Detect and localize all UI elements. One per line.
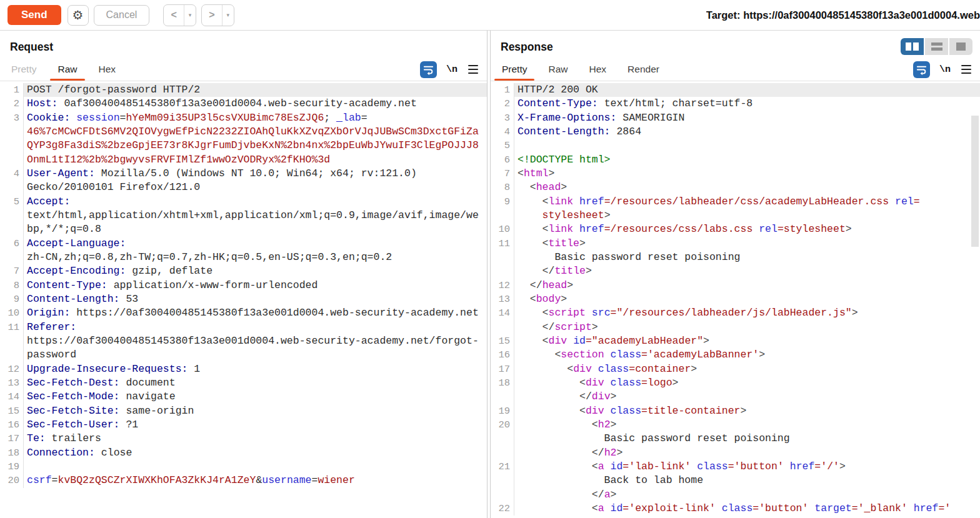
layout-toggle [901, 38, 972, 55]
line-number [491, 488, 514, 502]
code-row: </title> [491, 264, 980, 278]
line-number: 9 [0, 292, 24, 306]
tab-raw[interactable]: Raw [56, 59, 78, 80]
code-text: Accept: [24, 195, 487, 209]
line-number: 22 [491, 502, 514, 516]
code-row: bp,*/*;q=0.8 [0, 222, 487, 236]
target-label: Target: [706, 9, 741, 21]
code-text: Content-Type: application/x-www-form-url… [24, 279, 487, 292]
line-number: 20 [491, 418, 514, 432]
rows-icon [931, 42, 942, 51]
code-row: 5 [491, 139, 980, 152]
tab-raw[interactable]: Raw [547, 59, 569, 80]
next-request-button[interactable]: > ▾ [201, 4, 234, 26]
line-number: 7 [491, 167, 514, 181]
code-text: bp,*/*;q=0.8 [24, 222, 487, 236]
cancel-button[interactable]: Cancel [94, 5, 150, 26]
code-row: </h2> [491, 446, 980, 460]
word-wrap-toggle-button[interactable] [913, 61, 930, 78]
code-row: 9 <link href=/resources/labheader/css/ac… [491, 195, 980, 209]
menu-icon[interactable] [960, 64, 972, 75]
line-number [0, 139, 24, 152]
code-row: 7Accept-Encoding: gzip, deflate [0, 264, 487, 278]
code-text: Basic password reset poisoning [514, 251, 980, 264]
line-number: 1 [0, 83, 24, 97]
tab-pretty[interactable]: Pretty [501, 59, 528, 80]
line-number: 6 [0, 237, 24, 251]
code-row: 5Accept: [0, 195, 487, 209]
line-number: 4 [0, 167, 24, 181]
word-wrap-icon [422, 64, 434, 76]
code-row: 14 <script src="/resources/labheader/js/… [491, 306, 980, 320]
code-text: </title> [514, 264, 980, 278]
code-row: 8Content-Type: application/x-www-form-ur… [0, 279, 487, 292]
line-number: 12 [491, 279, 514, 292]
line-number [491, 264, 514, 278]
code-row: 12Upgrade-Insecure-Requests: 1 [0, 362, 487, 376]
tab-hex[interactable]: Hex [98, 59, 118, 80]
code-text: text/html,application/xhtml+xml,applicat… [24, 209, 487, 222]
code-text: 46%7cMCwCFDtS6MV2QIOVygwEfPicN2232ZIOAhQ… [24, 125, 487, 139]
code-text: </div> [514, 390, 980, 404]
code-row: 15Sec-Fetch-Site: same-origin [0, 404, 487, 418]
back-arrow-icon[interactable]: < [164, 5, 183, 26]
message-panels: Request PrettyRawHex \n 1POST /fo [0, 31, 980, 518]
tab-hex[interactable]: Hex [588, 59, 608, 80]
code-text: <link href=/resources/labheader/css/acad… [514, 195, 980, 209]
line-number [0, 251, 24, 264]
code-row: 12 </head> [491, 279, 980, 292]
previous-request-button[interactable]: < ▾ [163, 4, 196, 26]
code-text: User-Agent: Mozilla/5.0 (Windows NT 10.0… [24, 167, 487, 181]
line-number [0, 334, 24, 348]
line-number: 14 [491, 306, 514, 320]
settings-button[interactable]: ⚙ [68, 5, 89, 26]
line-number: 3 [491, 111, 514, 125]
code-row: 1HTTP/2 200 OK [491, 83, 980, 97]
send-button[interactable]: Send [8, 5, 61, 25]
word-wrap-icon [916, 64, 928, 76]
request-title: Request [10, 41, 53, 54]
tab-render[interactable]: Render [626, 59, 661, 80]
code-row: 20csrf=kvBQ2zQSCZrXIWXKhOFA3ZkKJ4rA1ZeY&… [0, 474, 487, 487]
line-number: 2 [491, 97, 514, 111]
word-wrap-toggle-button[interactable] [420, 61, 437, 78]
next-dropdown-caret-icon[interactable]: ▾ [222, 5, 234, 26]
menu-icon[interactable] [467, 64, 479, 75]
code-row: 6Accept-Language: [0, 237, 487, 251]
line-number: 19 [491, 404, 514, 418]
line-number [491, 251, 514, 264]
line-number: 16 [0, 418, 24, 432]
code-text: <!DOCTYPE html> [514, 153, 980, 167]
newline-visibility-toggle[interactable]: \n [446, 64, 458, 75]
layout-rows-button[interactable] [925, 38, 948, 55]
code-row: 13 <body> [491, 292, 980, 306]
tab-pretty[interactable]: Pretty [10, 59, 38, 80]
layout-columns-button[interactable] [901, 38, 924, 55]
line-number: 10 [491, 222, 514, 236]
code-row: 9Content-Length: 53 [0, 292, 487, 306]
columns-icon [913, 42, 919, 51]
response-editor[interactable]: 1HTTP/2 200 OK2Content-Type: text/html; … [491, 81, 980, 518]
code-row: 3X-Frame-Options: SAMEORIGIN [491, 111, 980, 125]
line-number: 19 [0, 460, 24, 474]
code-row: 16 <section class='academyLabBanner'> [491, 348, 980, 362]
response-scrollbar-thumb[interactable] [971, 116, 979, 247]
line-number: 18 [491, 376, 514, 390]
code-text: X-Frame-Options: SAMEORIGIN [514, 111, 980, 125]
line-number [0, 125, 24, 139]
line-number: 17 [0, 432, 24, 446]
layout-single-button[interactable] [949, 38, 972, 55]
burp-repeater-window: Send ⚙ Cancel < ▾ > ▾ Target: https://0a… [0, 0, 980, 518]
newline-visibility-toggle[interactable]: \n [939, 64, 951, 75]
code-text: Back to lab home [514, 474, 980, 487]
request-editor[interactable]: 1POST /forgot-password HTTP/22Host: 0af3… [0, 81, 487, 518]
previous-dropdown-caret-icon[interactable]: ▾ [184, 5, 196, 26]
code-row: 6<!DOCTYPE html> [491, 153, 980, 167]
code-text: zh-CN,zh;q=0.8,zh-TW;q=0.7,zh-HK;q=0.5,e… [24, 251, 487, 264]
line-number [491, 209, 514, 222]
forward-arrow-icon[interactable]: > [202, 5, 221, 26]
line-number [491, 474, 514, 487]
request-panel-header: Request [0, 31, 487, 58]
code-text: <body> [514, 292, 980, 306]
code-row: 19 <div class=title-container> [491, 404, 980, 418]
